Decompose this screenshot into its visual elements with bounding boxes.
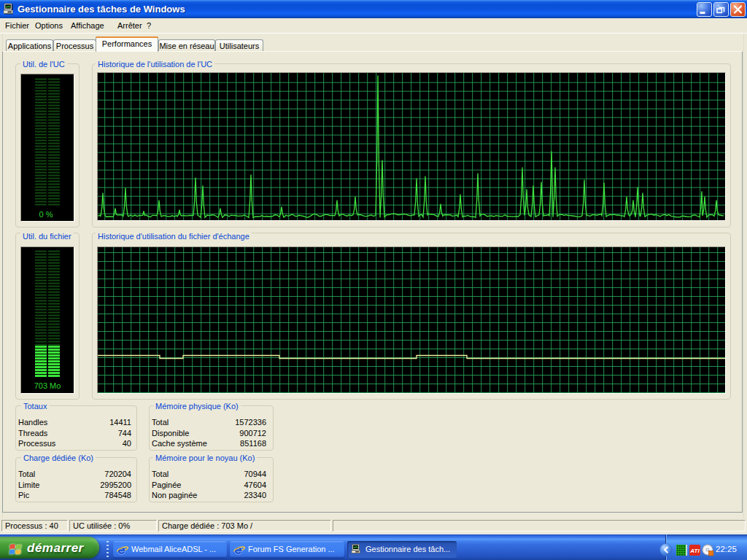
svg-text:ATI: ATI bbox=[689, 548, 700, 554]
svg-text:0 %: 0 % bbox=[39, 210, 53, 219]
svg-text:703 Mo: 703 Mo bbox=[34, 381, 61, 390]
